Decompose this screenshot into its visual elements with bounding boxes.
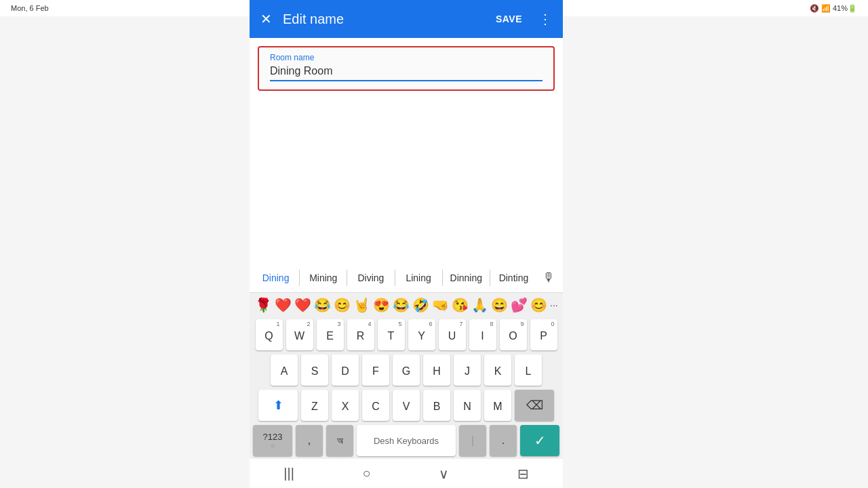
room-name-input[interactable] <box>270 65 542 81</box>
key-v[interactable]: V <box>393 390 420 421</box>
save-button[interactable]: SAVE <box>490 8 528 30</box>
lang-key[interactable]: অ <box>326 425 353 456</box>
input-card: Room name <box>258 46 555 91</box>
suggestion-dining[interactable]: Dining <box>252 267 299 289</box>
close-button[interactable]: ✕ <box>255 5 277 33</box>
emoji-grin[interactable]: 😄 <box>491 297 508 313</box>
suggestion-mining[interactable]: Mining <box>300 267 347 289</box>
key-d[interactable]: D <box>332 354 359 386</box>
key-q[interactable]: 1Q <box>256 319 283 350</box>
key-k[interactable]: K <box>484 354 511 386</box>
key-a[interactable]: A <box>271 354 298 386</box>
emoji-smile[interactable]: 😊 <box>334 297 351 313</box>
enter-key[interactable]: ✓ <box>520 425 559 456</box>
emoji-fist[interactable]: 🤜 <box>432 297 449 313</box>
suggestions-row: Dining Mining Diving Lining Dinning Dint… <box>250 263 563 293</box>
mic-icon[interactable]: 🎙 <box>537 265 560 290</box>
key-y[interactable]: 6Y <box>408 319 435 350</box>
key-m[interactable]: M <box>484 390 511 421</box>
numbers-key[interactable]: ?123○ <box>253 425 292 456</box>
input-section: Room name <box>250 38 563 99</box>
nav-menu-button[interactable]: ||| <box>267 460 311 487</box>
top-bar: ✕ Edit name SAVE ⋮ <box>250 0 563 38</box>
key-i[interactable]: 8I <box>469 319 496 350</box>
emoji-rofl[interactable]: 😂 <box>393 297 410 313</box>
status-date: Mon, 6 Feb <box>11 4 49 12</box>
key-z[interactable]: Z <box>301 390 328 421</box>
emoji-heart1[interactable]: ❤️ <box>275 297 292 313</box>
key-f[interactable]: F <box>362 354 389 386</box>
keyboard-row-2: A S D F G H J K L <box>250 352 563 388</box>
status-icons: 🔇 📶 41%🔋 <box>810 4 857 13</box>
key-p[interactable]: 0P <box>530 319 557 350</box>
keyboard-row-1: 1Q 2W 3E 4R 5T 6Y 7U 8I 9O 0P <box>250 317 563 352</box>
suggestion-lining[interactable]: Lining <box>395 267 442 289</box>
emoji-cry-laugh[interactable]: 🤣 <box>412 297 429 313</box>
space-key[interactable]: Desh Keyboards <box>357 425 456 456</box>
suggestion-diving[interactable]: Diving <box>347 267 394 289</box>
emoji-row: 🌹 ❤️ ❤️ 😂 😊 🤘 😍 😂 🤣 🤜 😘 🙏 😄 💕 😊 ··· <box>250 293 563 317</box>
emoji-laugh[interactable]: 😂 <box>314 297 331 313</box>
emoji-kiss[interactable]: 😘 <box>452 297 469 313</box>
key-g[interactable]: G <box>393 354 420 386</box>
shift-key[interactable]: ⬆ <box>258 390 298 421</box>
key-l[interactable]: L <box>515 354 542 386</box>
pipe-key[interactable]: | <box>459 425 486 456</box>
suggestion-dinting[interactable]: Dinting <box>490 267 537 289</box>
middle-area <box>250 99 563 263</box>
key-c[interactable]: C <box>362 390 389 421</box>
key-o[interactable]: 9O <box>500 319 527 350</box>
more-options-button[interactable]: ⋮ <box>533 5 557 33</box>
key-n[interactable]: N <box>454 390 481 421</box>
page-title: Edit name <box>283 12 485 27</box>
emoji-hearts-eyes[interactable]: 😍 <box>373 297 390 313</box>
emoji-heart2[interactable]: ❤️ <box>294 297 311 313</box>
key-t[interactable]: 5T <box>378 319 405 350</box>
key-w[interactable]: 2W <box>286 319 313 350</box>
key-x[interactable]: X <box>332 390 359 421</box>
app-container: ✕ Edit name SAVE ⋮ Room name Dining Mini… <box>250 0 563 488</box>
emoji-blush[interactable]: 😊 <box>530 297 547 313</box>
key-h[interactable]: H <box>423 354 450 386</box>
nav-back-button[interactable]: ∨ <box>422 460 465 487</box>
key-b[interactable]: B <box>423 390 450 421</box>
suggestion-dinning[interactable]: Dinning <box>443 267 490 289</box>
keyboard-row-4: ?123○ , অ Desh Keyboards | . ✓ <box>250 423 563 458</box>
key-s[interactable]: S <box>301 354 328 386</box>
bottom-nav: ||| ○ ∨ ⊟ <box>250 458 563 488</box>
period-key[interactable]: . <box>490 425 517 456</box>
key-j[interactable]: J <box>454 354 481 386</box>
key-u[interactable]: 7U <box>439 319 466 350</box>
comma-key[interactable]: , <box>296 425 323 456</box>
key-r[interactable]: 4R <box>347 319 374 350</box>
backspace-key[interactable]: ⌫ <box>515 390 554 421</box>
emoji-pray[interactable]: 🙏 <box>471 297 488 313</box>
input-label: Room name <box>270 53 542 62</box>
emoji-ok[interactable]: 🤘 <box>353 297 370 313</box>
emoji-rose[interactable]: 🌹 <box>255 297 272 313</box>
key-e[interactable]: 3E <box>317 319 344 350</box>
nav-recents-button[interactable]: ⊟ <box>501 460 545 487</box>
emoji-more-button[interactable]: ··· <box>550 300 558 310</box>
nav-home-button[interactable]: ○ <box>346 460 387 487</box>
keyboard-row-3: ⬆ Z X C V B N M ⌫ <box>250 388 563 423</box>
emoji-two-hearts[interactable]: 💕 <box>511 297 528 313</box>
keyboard: Dining Mining Diving Lining Dinning Dint… <box>250 263 563 458</box>
